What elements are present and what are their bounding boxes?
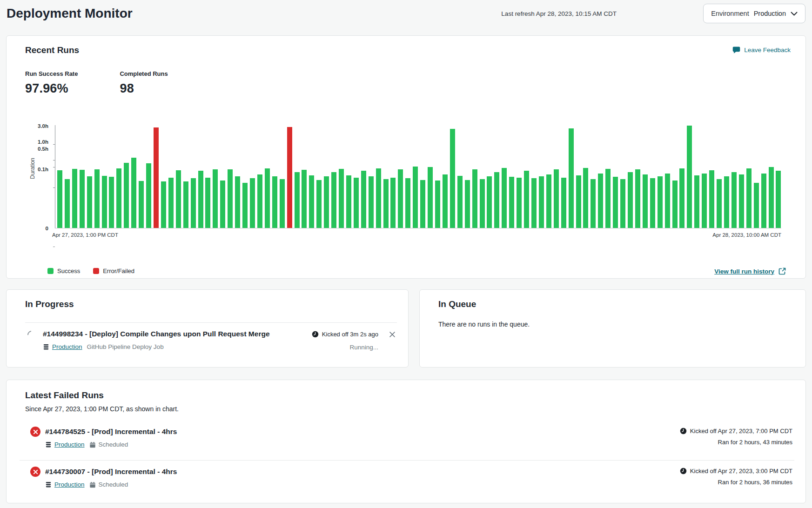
job-name: GitHub Pipeline Deploy Job [87,343,164,350]
trigger-label: Scheduled [99,441,128,448]
chart-bar [213,169,218,228]
chart-bar [205,178,210,228]
chart-bar [746,168,752,228]
chart-bar [672,180,678,228]
chart-bar [183,181,188,228]
chart-bar [287,127,292,228]
environment-link-label: Production [52,343,82,350]
chart-bar [480,179,485,228]
chart-bar [154,127,159,228]
recent-runs-title: Recent Runs [25,45,79,55]
chat-bubble-icon [732,46,740,54]
leave-feedback-link[interactable]: Leave Feedback [732,46,791,54]
chart-bar [109,177,114,228]
clock-icon [312,331,319,338]
view-full-history-label: View full run history [714,268,774,275]
duration-chart: Duration 00.1h0.5h1.0h3.0h Apr 27, 2023,… [25,125,781,247]
chart-bar [605,169,611,228]
chart-bar [398,169,403,228]
chart-bar [650,178,655,228]
chart-bar [465,180,470,228]
kicked-off: Kicked off Apr 27, 2023, 7:00 PM CDT [680,428,792,434]
chart-bar [569,128,574,228]
stat-label: Completed Runs [120,70,168,77]
chart-bar [57,170,62,228]
run-title: #144730007 - [Prod] Incremental - 4hrs [45,468,177,476]
chart-bar [761,174,766,228]
chart-bar [198,171,203,228]
chart-bar [302,170,307,228]
trigger-type: Scheduled [89,441,128,448]
stat-value: 97.96% [25,81,78,96]
x-axis-start-label: Apr 27, 2023, 1:00 PM CDT [52,232,118,238]
environment-link-label: Production [54,441,85,448]
y-axis-tick-label: 0.5h [38,146,48,152]
trigger-label: Scheduled [99,481,128,488]
environment-dropdown[interactable]: Environment Production [703,4,805,23]
recent-runs-card: Recent Runs Leave Feedback Run Success R… [6,35,806,279]
failed-run-row: #144730007 - [Prod] Incremental - 4hrs P… [25,467,792,495]
in-progress-right-meta: Kicked off 3m 2s ago Running... [312,331,378,351]
chart-bar [583,168,588,228]
chart-bar [776,171,781,228]
environment-value: Production [754,10,786,17]
clock-icon [680,428,687,434]
chart-bar [613,177,618,228]
chart-bar [739,174,744,228]
chart-bar [643,174,648,228]
environment-link[interactable]: Production [43,343,82,350]
view-full-history-link[interactable]: View full run history [714,267,786,275]
close-icon[interactable] [389,331,396,338]
chart-bar [309,175,314,228]
chart-bar [235,176,240,228]
kicked-off-label: Kicked off Apr 27, 2023, 3:00 PM CDT [690,468,792,475]
chart-bar [280,179,285,228]
environment-label: Environment [711,10,749,17]
database-icon [43,344,49,350]
chart-bar [324,176,329,228]
chart-bar [665,174,670,228]
latest-failed-card: Latest Failed Runs Since Apr 27, 2023, 1… [6,380,806,503]
stat-value: 98 [120,81,168,96]
chart-bar [554,169,559,228]
chart-bar [524,171,529,228]
chart-bar [658,176,663,228]
failed-run-main: #144784525 - [Prod] Incremental - 4hrs P… [45,428,177,448]
running-status: Running... [312,344,378,351]
latest-failed-title: Latest Failed Runs [25,390,104,401]
chart-bar [694,175,699,228]
chart-bar [272,176,277,228]
chart-bar [628,172,633,228]
calendar-icon [89,441,96,448]
chart-bar [131,158,136,228]
environment-link[interactable]: Production [45,481,85,488]
chart-bar [146,163,151,228]
y-axis-tick-label: 0.1h [38,167,48,172]
in-queue-card: In Queue There are no runs in the queue. [419,289,806,368]
y-axis-tick-label: 1.0h [38,139,48,145]
environment-link[interactable]: Production [45,441,85,448]
kicked-off-label: Kicked off Apr 27, 2023, 7:00 PM CDT [690,428,792,434]
chart-bar [413,167,418,228]
chart-bar [635,169,640,228]
legend-label: Error/Failed [103,267,134,274]
chart-bar [717,179,722,228]
chart-bar [168,178,174,228]
last-refresh-text: Last refresh Apr 28, 2023, 10:15 AM CDT [501,10,617,17]
chart-bar [531,178,537,228]
y-axis-tick-mark [53,160,55,160]
stat-completed-runs: Completed Runs 98 [120,70,168,96]
chart-bar [443,174,448,228]
chart-bar [709,170,714,228]
x-axis-labels: Apr 27, 2023, 1:00 PM CDT Apr 28, 2023, … [52,232,781,238]
y-axis-tick-mark [53,187,55,188]
run-title: #144784525 - [Prod] Incremental - 4hrs [45,428,177,436]
chart-bar [620,179,625,228]
run-title: #144998234 - [Deploy] Compile Changes up… [43,330,270,338]
chart-bar [509,177,514,228]
in-progress-card: In Progress #144998234 - [Deploy] Compil… [6,289,409,368]
chart-bar [702,174,707,228]
chart-bar [316,180,322,228]
chart-bar [369,176,374,228]
chart-bar [191,178,196,228]
